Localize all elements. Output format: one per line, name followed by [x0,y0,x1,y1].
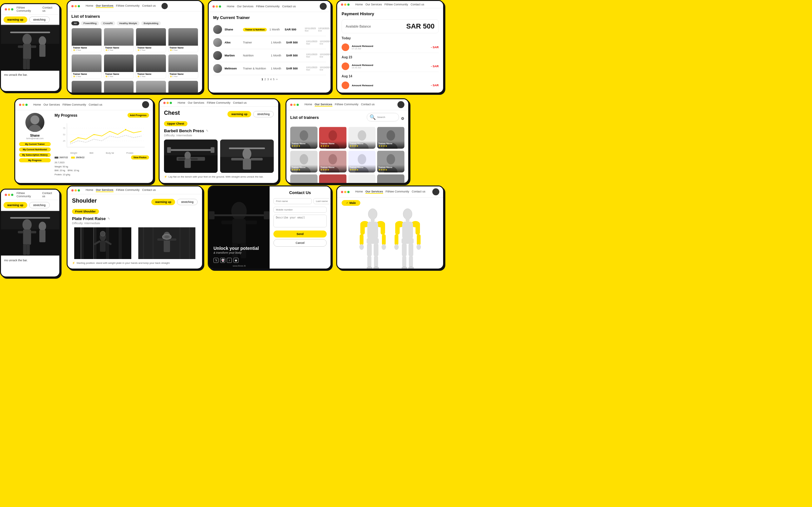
nav-community[interactable]: FitNee Community [384,3,408,6]
page-next[interactable]: ›› [276,78,278,81]
upper-chest-tag[interactable]: Upper Chest [164,121,187,126]
nav-contact[interactable]: Contact us [43,6,55,12]
warming-up-btn[interactable]: warming up [3,202,27,208]
filter-crossfit[interactable]: CrossFit [101,21,115,25]
page-3[interactable]: 3 [267,78,269,81]
mobile-input[interactable] [273,207,327,213]
trainer-card[interactable]: Trainer Name ★★★★ [377,150,404,172]
trainer-card[interactable]: Trainer Name ★★★★ [319,126,346,149]
trainer-card[interactable]: Trainer Name ⭐ 1 Year [104,54,134,79]
my-progress-btn[interactable]: My Progress [19,158,51,162]
nav-services[interactable]: Our Services [365,3,382,6]
trainer-card[interactable]: Trainer Name ★★★★ [290,126,318,149]
nav-community[interactable]: FitNee Community [386,190,410,194]
nav-contact[interactable]: Contact us [142,4,156,8]
nav-services[interactable]: Our Services [44,103,60,106]
nav-community[interactable]: FitNee Community [16,191,40,198]
nav-services[interactable]: Our Services [237,5,254,8]
nav-home[interactable]: Home [355,190,363,194]
trainer-card[interactable]: Trainer Name ⭐ 1 Year [168,54,199,79]
trainer-card[interactable]: Trainer Name ⭐ 1 Year [104,80,134,94]
trainer-card[interactable]: Trainer Name ⭐ 1 Year [71,54,102,79]
add-progress-button[interactable]: Add Progress [127,113,149,118]
nav-community[interactable]: FitNee Community [207,101,231,104]
nav-services[interactable]: Our Services [96,188,114,192]
page-1[interactable]: 1 [261,78,263,81]
page-4[interactable]: 4 [270,78,272,81]
filter-powerlifting[interactable]: Powerlifting [81,21,99,25]
nav-contact[interactable]: Contact us [89,103,102,106]
trainer-card[interactable]: Trainer Name ⭐ 1 Year [168,80,199,94]
trainer-card[interactable]: Trainer Name ★★★★ [348,126,376,149]
last-name-input[interactable] [313,198,331,204]
nav-home[interactable]: Home [227,5,234,8]
trainer-card[interactable]: Trainer Name ⭐ 1 Year [71,80,102,94]
filter-all[interactable]: All [71,21,79,25]
nav-community[interactable]: FitNee Community [335,103,359,107]
warming-up-btn[interactable]: warming up [227,111,251,117]
nav-home[interactable]: Home [86,188,93,192]
trainer-card-partial[interactable] [319,174,346,184]
user-avatar[interactable] [320,3,327,10]
male-gender-btn[interactable]: ♂ Male [342,200,360,206]
email-description-input[interactable] [273,215,327,227]
page-2[interactable]: 2 [264,78,266,81]
nav-contact[interactable]: Contact us [282,5,296,8]
nav-home[interactable]: Home [178,101,185,104]
user-avatar[interactable] [397,101,404,108]
nav-community[interactable]: FitNee Community [62,103,86,106]
edit-icon[interactable]: ✎ [206,129,208,132]
view-photos-btn[interactable]: View Photos [131,155,149,160]
warming-up-btn[interactable]: warming up [151,199,175,205]
nav-services[interactable]: Our Services [188,101,204,104]
trainer-card-partial[interactable] [290,174,318,184]
stretching-btn[interactable]: stretching [177,199,198,205]
stretching-btn[interactable]: stretching [29,202,50,208]
tiktok-icon[interactable]: ♪ [227,258,232,263]
filter-healthy[interactable]: Healthy lifestyle [117,21,140,25]
nav-contact[interactable]: Contact us [142,188,156,192]
trainer-card[interactable]: Trainer Name ⭐ 2 Year [71,28,102,52]
subscription-history-btn[interactable]: My Subscription History [19,153,51,157]
nav-contact[interactable]: Contact us [42,191,55,198]
nav-services[interactable]: Our Services [96,4,114,8]
edit-icon[interactable]: ✎ [108,217,110,220]
user-avatar[interactable] [142,101,149,108]
trainer-card-partial[interactable] [377,174,404,184]
trainer-card[interactable]: Trainer Name ⭐ 1 Year [136,54,166,79]
trainer-card[interactable]: Trainer Name ★★★★ [348,150,376,172]
page-5[interactable]: 5 [273,78,275,81]
trainer-card[interactable]: Trainer Name ★★★★ [319,150,346,172]
nav-contact[interactable]: Contact us [233,101,247,104]
twitter-icon[interactable]: 𝕏 [213,258,219,263]
user-avatar[interactable] [432,188,439,195]
snapchat-icon[interactable]: 👻 [220,258,225,263]
trainer-card-partial[interactable] [348,174,376,184]
search-input[interactable] [377,116,396,119]
nav-community[interactable]: FitNee Community [116,4,140,8]
nav-home[interactable]: Home [355,3,363,6]
user-avatar[interactable] [161,3,168,9]
nav-community[interactable]: FitNee Community [116,188,140,192]
stretching-btn[interactable]: stretching [253,111,274,117]
nav-home[interactable]: Home [305,103,312,107]
nav-home[interactable]: Home [86,4,93,8]
first-name-input[interactable] [273,198,312,204]
trainer-card[interactable]: Trainer Name ⭐ 2 Year [168,28,199,52]
filter-bodybuilding[interactable]: Bodybuilding [141,21,161,25]
send-button[interactable]: Send [273,230,327,237]
nav-community[interactable]: FitNee Community [16,6,39,12]
nav-contact[interactable]: Contact us [361,103,375,107]
trainer-card[interactable]: Trainer Name ★★★★ [290,150,318,172]
front-shoulder-tag[interactable]: Front Shoulder [72,209,99,214]
nav-community[interactable]: FitNee Community [256,5,280,8]
warming-up-btn[interactable]: warming up [3,16,27,23]
nav-home[interactable]: Home [33,103,41,106]
trainer-card[interactable]: Trainer Name ⭐ 2 Year [104,28,134,52]
nav-contact[interactable]: Contact us [411,3,424,6]
instagram-icon[interactable]: ◉ [233,258,238,263]
trainer-card[interactable]: Trainer Name ★★★★ [377,126,404,149]
nav-contact[interactable]: Contact us [412,190,425,194]
my-current-nutritionist-btn[interactable]: My Current Nutritionist [19,148,51,152]
nav-services[interactable]: Our Services [315,103,332,107]
